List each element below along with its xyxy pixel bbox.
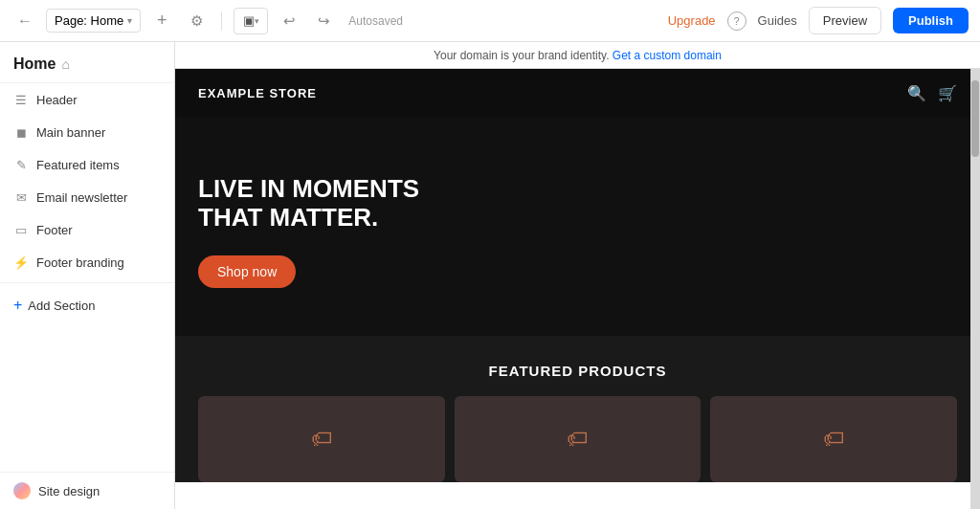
sidebar: Home ⌂ ☰ Header ◼ Main banner ✎ Featured…	[0, 42, 175, 509]
canvas-area: Your domain is your brand identity. Get …	[175, 42, 980, 509]
hero-section: LIVE IN MOMENTS THAT MATTER. Shop now	[175, 118, 980, 336]
site-header-icons: 🔍 🛒	[907, 84, 957, 102]
custom-domain-link[interactable]: Get a custom domain	[612, 49, 722, 62]
page-selector[interactable]: Page: Home ▾	[46, 9, 141, 33]
product-card-2[interactable]: 🏷	[455, 396, 702, 482]
toolbar-left: ← Page: Home ▾ + ⚙ ▣ ▾ ↩ ↪ Autosave	[11, 8, 660, 34]
page-selector-label: Page: Home	[55, 13, 123, 28]
publish-button[interactable]: Publish	[893, 8, 969, 33]
redo-button[interactable]: ↪	[310, 8, 337, 34]
scrollbar-track[interactable]	[970, 69, 980, 509]
featured-items-icon: ✎	[13, 157, 29, 172]
sidebar-item-footer-branding[interactable]: ⚡ Footer branding	[0, 246, 174, 278]
product-icon-3: 🏷	[823, 427, 844, 452]
sidebar-item-header[interactable]: ☰ Header	[0, 83, 174, 116]
back-icon[interactable]: ←	[11, 8, 38, 34]
upgrade-button[interactable]: Upgrade	[668, 13, 716, 28]
cart-icon[interactable]: 🛒	[938, 84, 957, 102]
undo-button[interactable]: ↩	[276, 8, 302, 34]
sidebar-divider	[0, 282, 174, 283]
header-icon: ☰	[13, 92, 29, 107]
guides-button[interactable]: Guides	[758, 13, 797, 28]
search-icon[interactable]: 🔍	[907, 84, 926, 102]
sidebar-item-email-newsletter[interactable]: ✉ Email newsletter	[0, 181, 174, 213]
domain-banner: Your domain is your brand identity. Get …	[175, 42, 980, 69]
main-layout: Home ⌂ ☰ Header ◼ Main banner ✎ Featured…	[0, 42, 980, 509]
site-design-button[interactable]: Site design	[0, 472, 174, 509]
site-logo: EXAMPLE STORE	[198, 86, 317, 100]
autosaved-status: Autosaved	[348, 14, 403, 28]
sidebar-title: Home ⌂	[0, 42, 174, 83]
sidebar-item-footer[interactable]: ▭ Footer	[0, 213, 174, 246]
scrollbar-thumb[interactable]	[971, 80, 979, 157]
hero-title: LIVE IN MOMENTS THAT MATTER.	[198, 175, 428, 232]
footer-icon: ▭	[13, 222, 29, 237]
product-grid: 🏷 🏷 🏷	[198, 396, 957, 482]
featured-title: FEATURED PRODUCTS	[198, 363, 957, 379]
add-section-button[interactable]: + Add Section	[0, 287, 174, 323]
preview-button[interactable]: Preview	[809, 7, 881, 34]
toolbar-right: Upgrade ? Guides Preview Publish	[668, 7, 969, 34]
product-icon-2: 🏷	[567, 427, 588, 452]
shop-now-button[interactable]: Shop now	[198, 255, 296, 288]
device-toggle[interactable]: ▣ ▾	[234, 8, 268, 34]
site-design-icon	[13, 482, 31, 499]
settings-icon[interactable]: ⚙	[183, 8, 210, 34]
email-icon: ✉	[13, 189, 29, 205]
product-card-1[interactable]: 🏷	[198, 396, 445, 482]
help-icon[interactable]: ?	[727, 11, 746, 31]
toolbar: ← Page: Home ▾ + ⚙ ▣ ▾ ↩ ↪ Autosave	[0, 0, 980, 42]
featured-section: FEATURED PRODUCTS 🏷 🏷 🏷	[175, 336, 980, 482]
product-card-3[interactable]: 🏷	[710, 396, 957, 482]
product-icon-1: 🏷	[311, 427, 332, 452]
add-page-button[interactable]: +	[148, 8, 175, 34]
sidebar-item-featured-items[interactable]: ✎ Featured items	[0, 148, 174, 181]
site-header: EXAMPLE STORE 🔍 🛒	[175, 69, 980, 118]
website-frame: EXAMPLE STORE 🔍 🛒 LIVE IN MOMENTS THAT M…	[175, 69, 980, 509]
sidebar-item-main-banner[interactable]: ◼ Main banner	[0, 116, 174, 148]
main-banner-icon: ◼	[13, 124, 29, 140]
chevron-down-icon: ▾	[127, 15, 132, 26]
plus-icon: +	[13, 297, 22, 314]
toolbar-divider	[221, 11, 222, 31]
footer-branding-icon: ⚡	[13, 254, 29, 270]
home-icon: ⌂	[61, 56, 69, 72]
